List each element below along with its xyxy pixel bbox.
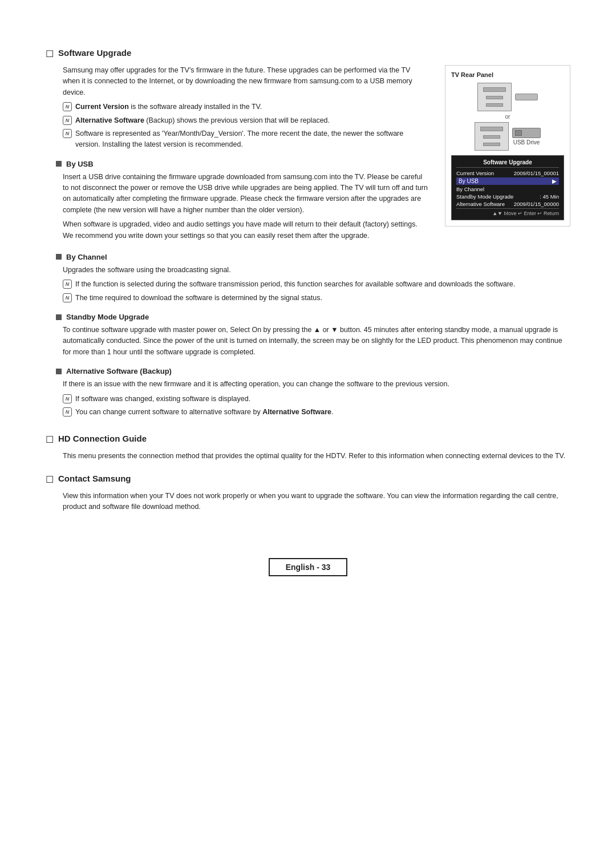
- by-channel-content: Upgrades the software using the broadcas…: [63, 265, 570, 304]
- note-icon-1: N: [63, 102, 72, 111]
- footer-label: English - 33: [286, 563, 331, 572]
- sw-row-by-usb: By USB ▶: [456, 177, 559, 185]
- by-channel-title: By Channel: [66, 253, 107, 261]
- standby-mode-content: To continue software upgrade with master…: [63, 325, 570, 358]
- software-upgrade-section-header: ☐ Software Upgrade: [46, 48, 570, 59]
- checkbox-icon: ☐: [46, 48, 54, 59]
- alt-software-title: Alternative Software (Backup): [66, 367, 172, 375]
- note-text-ch1: If the function is selected during the s…: [75, 279, 570, 290]
- tv-port-2: [486, 96, 503, 99]
- note-icon-alt1: N: [63, 394, 72, 403]
- page-content: ☐ Software Upgrade Samsung may offer upg…: [46, 48, 570, 576]
- sw-by-channel-label: By Channel: [456, 186, 484, 192]
- usb-drive-box: USB Drive: [512, 128, 541, 145]
- sw-alt-software-value: 2009/01/15_00000: [514, 201, 559, 207]
- checkbox-icon-hd: ☐: [46, 434, 54, 445]
- standby-mode-text: To continue software upgrade with master…: [63, 325, 570, 358]
- usb-connector-top: [515, 94, 538, 100]
- by-usb-para1: Insert a USB drive containing the firmwa…: [63, 172, 428, 216]
- alt-software-content: If there is an issue with the new firmwa…: [63, 379, 570, 418]
- tv-panel-box-top: [477, 83, 512, 111]
- by-channel-header: By Channel: [56, 253, 570, 261]
- note-text-3: Software is represented as 'Year/Month/D…: [75, 128, 428, 151]
- sw-current-version-label: Current Version: [456, 170, 494, 176]
- square-icon-usb: [56, 161, 62, 167]
- tv-port-5: [483, 135, 500, 139]
- sw-by-usb-arrow: ▶: [552, 178, 557, 184]
- top-section-right: TV Rear Panel or: [445, 65, 570, 245]
- hd-connection-text: This menu presents the connection method…: [63, 451, 570, 462]
- tv-diagram: TV Rear Panel or: [445, 65, 570, 227]
- by-usb-para2: When software is upgraded, video and aud…: [63, 219, 428, 241]
- note-icon-3: N: [63, 129, 72, 138]
- note-text-1: Current Version is the software already …: [75, 102, 428, 112]
- or-text: or: [505, 114, 510, 120]
- note-icon-ch2: N: [63, 293, 72, 302]
- sw-standby-value: : 45 Min: [540, 193, 559, 200]
- note-software-represented: N Software is represented as 'Year/Month…: [63, 128, 428, 151]
- note-alt-2: N You can change current software to alt…: [63, 407, 570, 418]
- note-channel-2: N The time required to download the soft…: [63, 293, 570, 304]
- usb-drive-label: USB Drive: [513, 139, 540, 145]
- by-usb-content: Insert a USB drive containing the firmwa…: [63, 172, 428, 241]
- contact-samsung-title: Contact Samsung: [58, 474, 131, 483]
- note-current-version: N Current Version is the software alread…: [63, 102, 428, 112]
- by-usb-header: By USB: [56, 160, 428, 168]
- sw-upgrade-ui: Software Upgrade Current Version 2009/01…: [451, 155, 564, 220]
- tv-port-1: [483, 87, 506, 92]
- tv-panel-bottom: USB Drive: [475, 122, 541, 151]
- footer-badge: English - 33: [269, 558, 348, 576]
- tv-port-6: [483, 143, 500, 146]
- note-icon-ch1: N: [63, 280, 72, 289]
- tv-panel-top: [477, 83, 538, 111]
- note-channel-1: N If the function is selected during the…: [63, 279, 570, 290]
- standby-mode-header: Standby Mode Upgrade: [56, 313, 570, 321]
- by-channel-para1: Upgrades the software using the broadcas…: [63, 265, 570, 276]
- software-upgrade-intro-block: Samsung may offer upgrades for the TV's …: [63, 65, 428, 151]
- alt-software-header: Alternative Software (Backup): [56, 367, 570, 375]
- page-footer: English - 33: [46, 558, 570, 576]
- alt-software-para1: If there is an issue with the new firmwa…: [63, 379, 570, 390]
- note-text-2: Alternative Software (Backup) shows the …: [75, 115, 428, 126]
- note-alt-1: N If software was changed, existing soft…: [63, 394, 570, 405]
- hd-connection-content: This menu presents the connection method…: [63, 451, 570, 462]
- sw-row-alt-software: Alternative Software 2009/01/15_00000: [456, 201, 559, 207]
- top-section-left: Samsung may offer upgrades for the TV's …: [46, 65, 428, 245]
- contact-samsung-text: View this information when your TV does …: [63, 491, 570, 513]
- note-icon-alt2: N: [63, 407, 72, 417]
- sw-standby-label: Standby Mode Upgrade: [456, 193, 513, 200]
- usb-drive-shape: [512, 128, 541, 138]
- tv-port-4: [480, 127, 503, 131]
- by-usb-title: By USB: [66, 160, 94, 168]
- note-text-alt2: You can change current software to alter…: [75, 407, 570, 418]
- standby-mode-title: Standby Mode Upgrade: [66, 313, 149, 321]
- contact-samsung-content: View this information when your TV does …: [63, 491, 570, 513]
- software-upgrade-intro: Samsung may offer upgrades for the TV's …: [63, 65, 428, 98]
- sw-upgrade-ui-title: Software Upgrade: [456, 159, 559, 168]
- sw-by-usb-label: By USB: [459, 178, 479, 184]
- hd-connection-section-header: ☐ HD Connection Guide: [46, 434, 570, 445]
- top-section: Samsung may offer upgrades for the TV's …: [46, 65, 570, 245]
- tv-panel-illustration: or USB Drive: [451, 83, 564, 151]
- sw-footer: ▲▼ Move ↵ Enter ↩ Return: [456, 208, 559, 216]
- square-icon-standby: [56, 314, 62, 320]
- note-text-alt1: If software was changed, existing softwa…: [75, 394, 570, 405]
- note-text-ch2: The time required to download the softwa…: [75, 293, 570, 304]
- sw-row-standby: Standby Mode Upgrade : 45 Min: [456, 193, 559, 200]
- square-icon-alt: [56, 369, 62, 374]
- software-upgrade-title: Software Upgrade: [58, 48, 131, 58]
- usb-connector-end: [515, 130, 522, 136]
- sw-row-by-channel: By Channel: [456, 186, 559, 192]
- sw-current-version-value: 2009/01/15_00001: [514, 170, 559, 176]
- checkbox-icon-contact: ☐: [46, 474, 54, 485]
- square-icon-channel: [56, 254, 62, 260]
- note-icon-2: N: [63, 116, 72, 125]
- hd-connection-title: HD Connection Guide: [58, 434, 147, 443]
- contact-samsung-section-header: ☐ Contact Samsung: [46, 474, 570, 485]
- tv-panel-title: TV Rear Panel: [451, 71, 564, 78]
- sw-row-current-version: Current Version 2009/01/15_00001: [456, 170, 559, 176]
- sw-alt-software-label: Alternative Software: [456, 201, 505, 207]
- tv-port-3: [486, 103, 503, 107]
- note-alternative-software: N Alternative Software (Backup) shows th…: [63, 115, 428, 126]
- tv-panel-box-bottom: [475, 122, 509, 151]
